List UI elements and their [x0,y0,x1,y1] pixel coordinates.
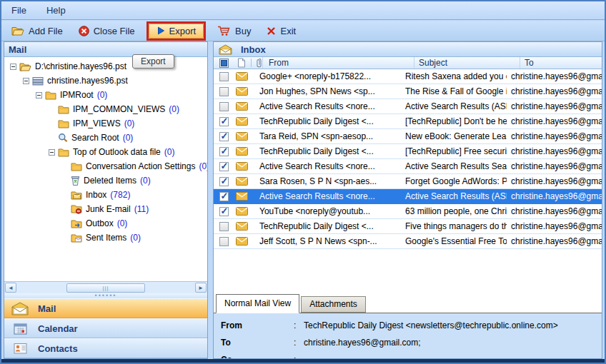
email-subject: The Rise & Fall of Google in... [401,86,507,96]
tree-item-label: IPM_VIEWS [73,118,121,128]
select-all-icon[interactable] [214,57,231,69]
nav-button-label: Calendar [38,323,78,334]
email-checkbox[interactable] [219,102,229,111]
column-header-from[interactable]: From [262,57,414,69]
scrollbar-track[interactable]: ||| [16,283,195,293]
email-checkbox-cell [214,174,231,188]
menu-file[interactable]: File [11,5,26,16]
splitter-grip[interactable]: •••••• [4,293,207,298]
mail-panel-header: Mail [4,42,207,57]
email-checkbox[interactable] [219,87,229,96]
tree-item-inbox[interactable]: Inbox(782) [4,188,207,202]
add-file-button[interactable]: Add File [7,24,67,39]
mail-panel: Mail D:\christine.hayes96.pstchristine.h… [4,41,208,359]
tree-item-ipm-views[interactable]: IPM_VIEWS(0) [4,116,207,131]
email-row[interactable]: Active Search Results <nore...Active Sea… [214,189,602,204]
email-row[interactable]: Google+ <noreply-b175822...Ritesh Saxena… [214,69,602,84]
tree-item-sent-items[interactable]: Sent Items(0) [4,231,207,245]
email-to: christine.hayes96@gmail.com; [507,101,602,111]
tree-item-junk-e-mail[interactable]: Junk E-mail(11) [4,202,207,216]
email-list: Google+ <noreply-b175822...Ritesh Saxena… [214,69,602,249]
mail-preview-pane: From:TechRepublic Daily Digest <newslett… [214,313,602,359]
contacts-icon [11,343,29,354]
column-header-subject[interactable]: Subject [414,57,520,69]
close-file-icon [79,26,89,36]
export-button[interactable]: Export [149,24,204,39]
email-checkbox[interactable] [219,222,229,231]
email-checkbox[interactable] [219,117,229,126]
tree-item-count: (0) [140,176,151,186]
tree-item-ipm-common-views[interactable]: IPM_COMMON_VIEWS(0) [4,102,207,116]
tree-item-ipmroot[interactable]: IPMRoot(0) [4,88,207,102]
email-row[interactable]: Active Search Results <nore...Active Sea… [214,159,602,174]
tree-item-label: Inbox [86,190,106,200]
email-checkbox[interactable] [219,132,229,141]
email-subject: Google's Essential Free Tool... [401,236,507,246]
email-from: Active Search Results <nore... [249,101,401,111]
preview-field-colon: : [294,338,304,348]
preview-field-to: To:christine.hayes96@gmail.com; [214,334,602,351]
close-file-button[interactable]: Close File [74,24,139,39]
column-header-to[interactable]: To [520,57,602,69]
toolbar-button-label: Export [169,26,197,36]
tab-normal-mail-view[interactable]: Normal Mail View [216,294,299,313]
open-folder-icon [19,62,31,71]
email-checkbox[interactable] [219,192,229,201]
email-checkbox[interactable] [219,147,229,156]
folder-tree: D:\christine.hayes96.pstchristine.hayes9… [4,57,207,281]
email-from: Active Search Results <nore... [249,161,401,171]
tree-item-label: IPM_COMMON_VIEWS [73,104,165,114]
tree-item-deleted-items[interactable]: Deleted Items(0) [4,173,207,188]
email-checkbox[interactable] [219,162,229,171]
email-row[interactable]: Jeff Scott, S P N News <spn-...Google's … [214,234,602,249]
email-checkbox-cell [214,189,231,203]
collapse-toggle-icon[interactable] [23,78,29,84]
tab-attachments[interactable]: Attachments [301,296,366,313]
preview-field-label: From [221,320,294,330]
nav-contacts-button[interactable]: Contacts [4,338,207,358]
nav-calendar-button[interactable]: Calendar [4,318,207,338]
scroll-left-button[interactable]: ◄ [5,283,16,293]
tree-item-d-christine-hayes96-pst[interactable]: D:\christine.hayes96.pst [4,59,207,74]
email-checkbox[interactable] [219,207,229,216]
read-state-column-icon[interactable] [231,57,249,69]
collapse-toggle-icon[interactable] [36,92,42,98]
email-row[interactable]: Sara Rosen, S P N <spn-aes...Forget Goog… [214,174,602,189]
folder-icon [58,148,69,157]
tree-item-conversation-action-settings[interactable]: Conversation Action Settings(0) [4,159,207,173]
tree-item-outbox[interactable]: Outbox(0) [4,216,207,231]
email-checkbox[interactable] [219,177,229,186]
email-from: TechRepublic Daily Digest <... [249,116,401,126]
email-subject: [TechRepublic] Don't be hel... [401,116,507,126]
exit-icon [267,26,276,36]
email-row[interactable]: Jon Hughes, SPN News <sp...The Rise & Fa… [214,84,602,99]
email-row[interactable]: TechRepublic Daily Digest <...Five thing… [214,219,602,234]
envelope-icon [231,189,249,203]
email-row[interactable]: TechRepublic Daily Digest <...[TechRepub… [214,144,602,159]
inbox-panel-title: Inbox [241,44,266,55]
attachment-column-icon[interactable] [253,57,262,69]
exit-button[interactable]: Exit [262,24,300,39]
list-empty-space [214,249,602,291]
collapse-toggle-icon[interactable] [10,64,16,70]
email-row[interactable]: TechRepublic Daily Digest <...[TechRepub… [214,114,602,129]
preview-field-value: christine.hayes96@gmail.com; [304,338,421,348]
tree-item-christine-hayes96-pst[interactable]: christine.hayes96.pst [4,74,207,88]
email-row[interactable]: Tara Reid, SPN <spn-aesop...New eBook: G… [214,129,602,144]
menu-help[interactable]: Help [46,5,66,16]
email-checkbox[interactable] [219,237,229,246]
folder-icon [45,91,56,100]
tree-item-count: (0) [130,233,141,243]
tree-item-top-of-outlook-data-file[interactable]: Top of Outlook data file(0) [4,145,207,159]
buy-button[interactable]: Buy [213,24,255,39]
scrollbar-thumb[interactable]: ||| [66,283,145,293]
tree-item-search-root[interactable]: Search Root(0) [4,131,207,145]
scroll-right-button[interactable]: ► [195,283,207,293]
nav-mail-button[interactable]: Mail [4,298,207,318]
mail-icon [11,302,29,315]
email-checkbox[interactable] [219,72,229,81]
email-checkbox-cell [214,129,231,143]
email-row[interactable]: Active Search Results <nore...Active Sea… [214,99,602,114]
email-row[interactable]: YouTube <noreply@youtub...63 million peo… [214,204,602,219]
collapse-toggle-icon[interactable] [49,149,55,156]
